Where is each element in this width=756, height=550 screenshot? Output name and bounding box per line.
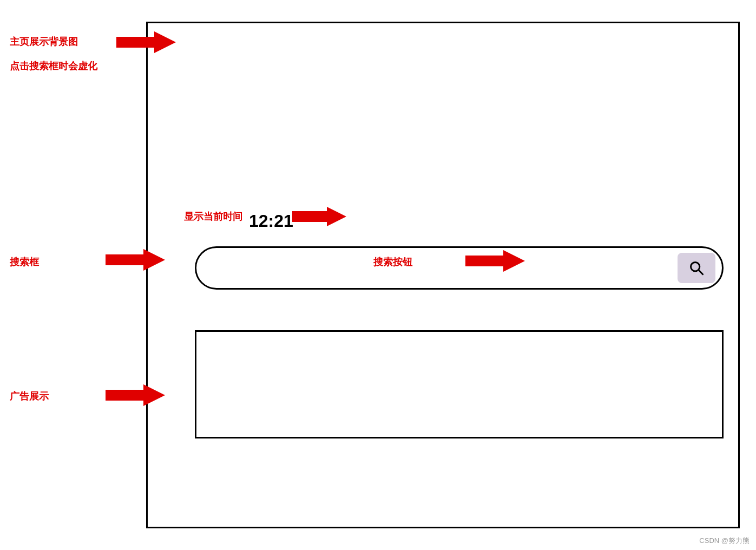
arrow-time (292, 207, 346, 226)
ad-display-box (195, 330, 724, 438)
svg-marker-2 (106, 249, 165, 271)
arrow-bg (116, 31, 176, 53)
annotation-ad-label: 广告展示 (10, 390, 49, 403)
svg-marker-6 (106, 384, 165, 406)
search-input[interactable] (196, 263, 678, 274)
arrow-searchbtn (465, 250, 525, 272)
arrow-ad (106, 384, 165, 406)
svg-marker-1 (292, 207, 346, 226)
search-box (195, 246, 724, 290)
svg-marker-5 (465, 250, 525, 272)
search-box-container (195, 246, 724, 290)
annotation-search-box-label: 搜索框 (10, 256, 39, 269)
watermark: CSDN @努力熊 (699, 536, 750, 546)
annotation-search-blur-label: 点击搜索框时会虚化 (10, 60, 97, 73)
annotation-time-label: 显示当前时间 (184, 210, 242, 223)
annotation-bg-label: 主页展示背景图 (10, 35, 78, 48)
svg-marker-0 (116, 31, 176, 53)
time-display: 12:21 (249, 211, 293, 231)
page-container: 主页展示背景图 点击搜索框时会虚化 显示当前时间 12:21 搜索框 搜索按钮 (0, 0, 756, 550)
annotation-search-btn-label: 搜索按钮 (373, 256, 412, 269)
arrow-searchbox (106, 249, 165, 271)
svg-line-4 (699, 270, 703, 274)
search-button[interactable] (678, 253, 715, 283)
search-icon (689, 260, 704, 276)
